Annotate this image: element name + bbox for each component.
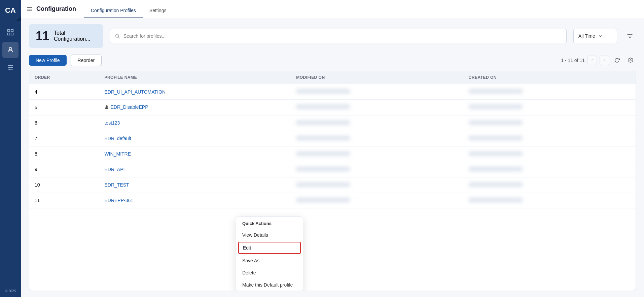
search-icon: [115, 33, 120, 39]
cell-order: 10: [29, 177, 99, 193]
sidebar-item-profiles[interactable]: [2, 42, 19, 58]
col-order: ORDER: [29, 71, 99, 84]
cell-order: 6: [29, 115, 99, 131]
quick-actions-popup: Quick Actions View Details Edit Save As …: [236, 217, 303, 291]
profiles-table: ORDER PROFILE NAME MODIFIED ON CREATED O…: [29, 71, 636, 208]
qa-view-details[interactable]: View Details: [236, 229, 303, 241]
qa-save-as[interactable]: Save As: [236, 255, 303, 267]
table-row: 11EDREPP-361: [29, 193, 636, 208]
tab-settings[interactable]: Settings: [143, 3, 173, 18]
profile-name-link[interactable]: EDR_API: [104, 167, 124, 172]
chevron-down-icon: [598, 34, 603, 38]
cell-modified: [291, 162, 463, 177]
profile-name-link[interactable]: EDR_UI_API_AUTOMATION: [104, 89, 166, 95]
filter-menu-icon[interactable]: [624, 30, 636, 42]
cell-modified: [291, 115, 463, 131]
sidebar-item-dashboard[interactable]: [2, 24, 19, 40]
cell-profile-name: EDR_default: [99, 131, 291, 146]
cell-profile-name: EDR_DisableEPP: [99, 100, 291, 116]
qa-make-default[interactable]: Make this Default profile: [236, 279, 303, 291]
content-area: 11 Total Configuration... All Time: [21, 18, 644, 297]
cell-order: 9: [29, 162, 99, 177]
table-row: 6test123: [29, 115, 636, 131]
cell-order: 11: [29, 193, 99, 208]
svg-point-19: [630, 60, 631, 61]
svg-rect-1: [11, 30, 13, 32]
sliders-icon: [7, 64, 14, 71]
cell-profile-name: EDR_TEST: [99, 177, 291, 193]
column-settings-button[interactable]: [625, 55, 636, 66]
cell-order: 8: [29, 146, 99, 162]
stats-row: 11 Total Configuration... All Time: [29, 24, 636, 48]
profile-icon: [7, 46, 14, 54]
cell-profile-name: EDREPP-361: [99, 193, 291, 208]
sidebar-item-settings[interactable]: [2, 59, 19, 75]
topbar: Configuration Configuration Profiles Set…: [21, 0, 644, 18]
search-input[interactable]: [123, 33, 562, 39]
toolbar: New Profile Reorder 1 - 11 of 11: [29, 55, 636, 66]
profile-name-link[interactable]: WIN_MITRE: [104, 151, 131, 157]
cell-created: [463, 146, 636, 162]
stats-label: Total Configuration...: [54, 30, 91, 42]
svg-point-20: [106, 105, 108, 107]
cell-created: [463, 100, 636, 116]
grid-icon: [7, 29, 14, 36]
profile-name-link[interactable]: EDREPP-361: [104, 198, 133, 203]
svg-point-10: [9, 69, 10, 70]
cell-order: 7: [29, 131, 99, 146]
qa-delete[interactable]: Delete: [236, 267, 303, 279]
quick-actions-header: Quick Actions: [236, 217, 303, 229]
table-row: 4EDR_UI_API_AUTOMATION: [29, 84, 636, 100]
qa-edit[interactable]: Edit: [238, 242, 301, 254]
cell-profile-name: EDR_UI_API_AUTOMATION: [99, 84, 291, 100]
cell-profile-name: WIN_MITRE: [99, 146, 291, 162]
time-filter[interactable]: All Time: [573, 29, 617, 43]
sidebar: CA © 2025: [0, 0, 21, 297]
stats-card: 11 Total Configuration...: [29, 24, 103, 48]
cell-created: [463, 131, 636, 146]
svg-rect-0: [8, 30, 10, 32]
svg-rect-3: [8, 33, 10, 35]
svg-line-15: [118, 37, 120, 38]
logo-text: CA: [5, 6, 16, 15]
topbar-tabs: Configuration Profiles Settings: [84, 0, 173, 18]
svg-point-9: [11, 67, 12, 68]
cell-modified: [291, 193, 463, 208]
profile-name-link[interactable]: EDR_TEST: [104, 182, 129, 188]
cell-order: 5: [29, 100, 99, 116]
refresh-button[interactable]: [612, 55, 622, 66]
cell-created: [463, 115, 636, 131]
cell-created: [463, 177, 636, 193]
menu-icon[interactable]: [26, 6, 33, 12]
reorder-button[interactable]: Reorder: [71, 55, 102, 66]
cell-modified: [291, 131, 463, 146]
svg-point-8: [9, 65, 10, 66]
sidebar-footer: © 2025: [5, 289, 16, 297]
main-area: Configuration Configuration Profiles Set…: [21, 0, 644, 297]
pagination-prev[interactable]: [587, 56, 597, 65]
cell-created: [463, 162, 636, 177]
profile-name-link[interactable]: EDR_default: [104, 136, 131, 141]
stats-number: 11: [36, 29, 49, 43]
new-profile-button[interactable]: New Profile: [29, 55, 67, 66]
cell-modified: [291, 177, 463, 193]
cell-order: 4: [29, 84, 99, 100]
profile-name-link[interactable]: test123: [104, 120, 120, 126]
table-row: 8WIN_MITRE: [29, 146, 636, 162]
user-icon: [104, 105, 109, 110]
cell-profile-name: test123: [99, 115, 291, 131]
svg-point-14: [116, 34, 119, 37]
cell-profile-name: EDR_API: [99, 162, 291, 177]
table-row: 10EDR_TEST: [29, 177, 636, 193]
pagination-next[interactable]: [600, 56, 609, 65]
cell-created: [463, 84, 636, 100]
profile-name-link[interactable]: EDR_DisableEPP: [110, 104, 148, 110]
col-created-on: CREATED ON: [463, 71, 636, 84]
cell-modified: [291, 100, 463, 116]
sidebar-logo: CA: [0, 0, 21, 21]
svg-point-4: [9, 47, 11, 50]
table-row: 7EDR_default: [29, 131, 636, 146]
col-profile-name: PROFILE NAME: [99, 71, 291, 84]
search-bar[interactable]: [110, 29, 567, 43]
tab-configuration-profiles[interactable]: Configuration Profiles: [84, 3, 143, 18]
